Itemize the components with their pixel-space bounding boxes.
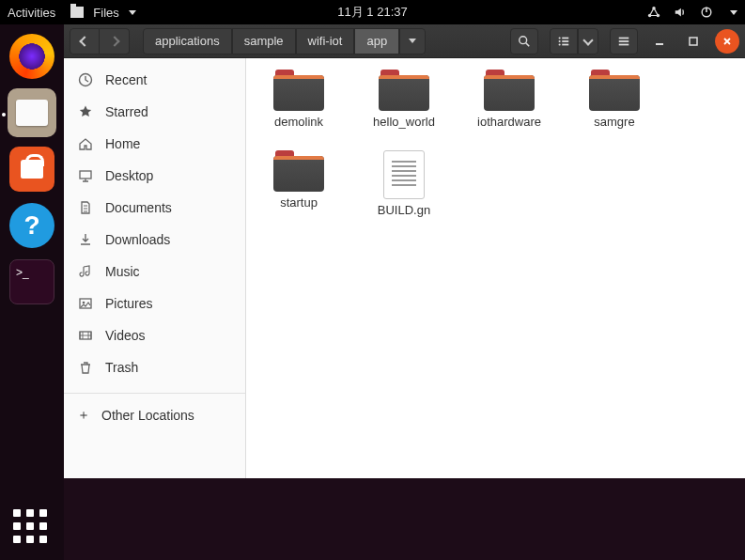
documents-icon [77,199,94,216]
svg-rect-15 [619,43,629,45]
dock-software[interactable] [8,145,56,194]
power-icon[interactable] [700,6,713,19]
pictures-icon [77,295,94,312]
sidebar-item-label: Downloads [105,232,170,247]
activities-button[interactable]: Activities [8,6,55,20]
volume-icon[interactable] [674,6,687,19]
sidebar-item-label: Documents [105,200,172,215]
files-icon [16,100,48,126]
search-button[interactable] [510,28,538,54]
nautilus-window: applications sample wifi-iot app RecentS… [64,24,745,478]
view-options-button[interactable] [578,28,598,54]
dock-firefox[interactable] [8,32,56,81]
sidebar-item-label: Videos [105,328,146,343]
item-label: hello_world [373,115,435,145]
top-panel: Activities Files 11月 1 21:37 [0,0,745,24]
folder-icon [70,7,84,18]
sidebar-item-pictures[interactable]: Pictures [64,288,245,319]
star-icon [77,103,94,120]
folder-icon [273,150,324,192]
videos-icon [77,327,94,344]
nav-buttons [70,28,130,54]
sidebar-item-home[interactable]: Home [64,128,245,160]
path-segment-3[interactable]: app [354,28,399,54]
folder-icon [379,70,429,111]
sidebar-item-downloads[interactable]: Downloads [64,224,245,256]
minimize-icon [654,36,665,47]
view-controls [550,28,598,54]
desktop-icon [77,167,94,184]
minimize-button[interactable] [647,29,672,54]
help-icon: ? [9,203,54,248]
firefox-icon [9,34,54,79]
sidebar-item-music[interactable]: Music [64,256,245,288]
item-label: startup [280,195,318,226]
sidebar-item-documents[interactable]: Documents [64,192,245,224]
forward-button[interactable] [100,28,130,54]
trash-icon [77,359,94,376]
chevron-left-icon [79,36,89,46]
list-icon [557,35,570,48]
search-icon [518,35,531,48]
folder-item[interactable]: demolink [257,70,340,145]
sidebar-item-videos[interactable]: Videos [64,319,245,351]
app-menu[interactable]: Files [70,6,135,20]
chevron-right-icon [109,36,119,46]
path-segment-1[interactable]: sample [232,28,296,54]
separator [64,393,245,394]
show-applications-button[interactable] [13,509,51,547]
folder-item[interactable]: startup [257,150,340,233]
svg-rect-10 [562,40,568,42]
folder-item[interactable]: hello_world [363,70,445,145]
svg-rect-8 [562,37,568,39]
close-button[interactable] [715,29,739,54]
svg-point-9 [559,39,561,41]
places-sidebar: RecentStarredHomeDesktopDocumentsDownloa… [64,58,246,478]
sidebar-item-label: Home [105,136,140,151]
terminal-icon: >_ [9,259,54,304]
svg-rect-13 [619,37,629,39]
plus-icon: ＋ [77,407,90,424]
svg-point-21 [83,302,85,304]
music-icon [77,263,94,280]
dock-terminal[interactable]: >_ [8,257,56,306]
app-menu-label: Files [93,6,118,20]
downloads-icon [77,231,94,248]
svg-rect-16 [656,43,663,45]
item-label: BUILD.gn [378,203,430,233]
maximize-icon [688,36,699,47]
list-view-button[interactable] [550,28,578,54]
pathbar: applications sample wifi-iot app [143,28,426,54]
hamburger-menu-button[interactable] [610,28,638,54]
network-icon[interactable] [647,6,660,19]
folder-item[interactable]: samgre [573,70,656,145]
chevron-down-icon[interactable] [730,10,737,15]
sidebar-item-desktop[interactable]: Desktop [64,160,245,192]
sidebar-item-recent[interactable]: Recent [64,64,245,96]
back-button[interactable] [70,28,100,54]
clock[interactable]: 11月 1 21:37 [337,4,407,21]
clock-icon [77,71,94,88]
sidebar-item-label: Desktop [105,168,153,183]
home-icon [77,135,94,152]
chevron-down-icon [129,10,136,15]
other-locations[interactable]: ＋ Other Locations [64,397,245,433]
dock-files[interactable] [8,88,56,137]
folder-icon [273,70,324,111]
dock-help[interactable]: ? [8,201,56,250]
chevron-down-icon [582,35,593,45]
path-segment-2[interactable]: wifi-iot [296,28,355,54]
other-locations-label: Other Locations [101,408,194,423]
path-dropdown[interactable] [399,28,426,54]
svg-point-11 [559,43,561,45]
path-segment-0[interactable]: applications [143,28,232,54]
sidebar-item-trash[interactable]: Trash [64,351,245,383]
folder-item[interactable]: iothardware [468,70,551,145]
sidebar-item-label: Music [105,264,140,279]
sidebar-item-starred[interactable]: Starred [64,96,245,128]
maximize-button[interactable] [681,29,706,54]
file-item[interactable]: BUILD.gn [363,150,445,233]
icon-view[interactable]: demolinkhello_worldiothardwaresamgrestar… [246,58,745,478]
shopping-bag-icon [21,160,43,179]
folder-icon [589,70,640,111]
